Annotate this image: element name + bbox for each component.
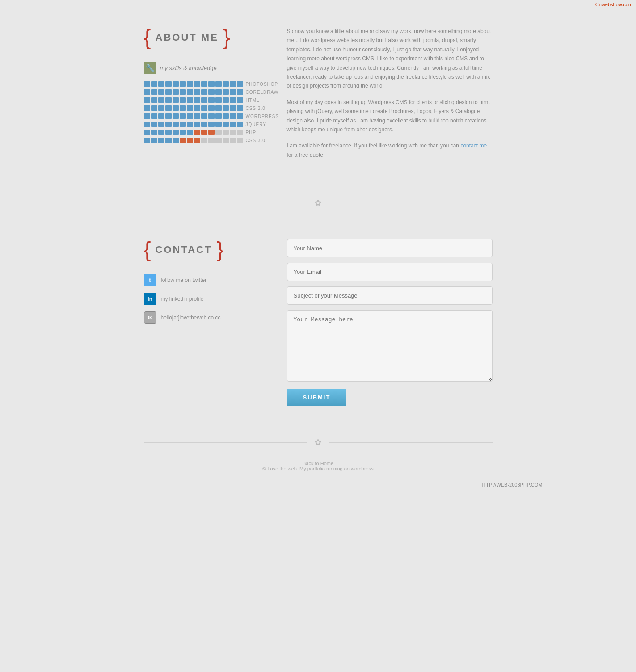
social-links-list: t follow me on twitter in my linkedin pr… <box>144 274 269 324</box>
about-right-panel: So now you know a little about me and sa… <box>287 27 493 167</box>
linkedin-icon: in <box>144 293 156 305</box>
about-paragraph-1: So now you know a little about me and sa… <box>287 27 493 91</box>
skill-jquery-label: JQUERY <box>246 122 266 127</box>
skill-css3-label: CSS 3.0 <box>246 138 265 143</box>
skills-list: PHOTOSHOP <box>144 81 269 143</box>
twitter-icon: t <box>144 274 156 286</box>
email-input[interactable] <box>287 263 493 281</box>
contact-section: { CONTACT } t follow me on twitter in my… <box>90 212 546 433</box>
top-watermark: Cnwebshow.com <box>595 2 632 7</box>
skills-icon: 🔧 <box>144 62 156 74</box>
skills-label: my skills & knowledge <box>160 65 217 71</box>
skills-header: 🔧 my skills & knowledge <box>144 62 269 74</box>
about-paragraph-2: Most of my day goes in setting up Wordpr… <box>287 98 493 134</box>
message-textarea[interactable] <box>287 310 493 382</box>
contact-me-link[interactable]: contact me <box>460 143 487 149</box>
footer-divider-line-left <box>144 442 308 443</box>
divider-line-left <box>144 203 308 203</box>
brace-right-contact: } <box>216 239 223 260</box>
twitter-link-text: follow me on twitter <box>161 277 207 283</box>
back-to-home-link[interactable]: Back to Home <box>303 461 333 466</box>
linkedin-link-text: my linkedin profile <box>161 296 204 302</box>
about-section: { ABOUT ME } 🔧 my skills & knowledge <box>90 0 546 193</box>
twitter-link-row[interactable]: t follow me on twitter <box>144 274 269 286</box>
linkedin-link-row[interactable]: in my linkedin profile <box>144 293 269 305</box>
footer: Back to Home © Love the web. My portfoli… <box>90 452 546 480</box>
skill-photoshop: PHOTOSHOP <box>144 81 269 87</box>
skill-wordpress-label: WORDPRESS <box>246 114 279 119</box>
linkedin-icon-letter: in <box>148 296 152 302</box>
skill-photoshop-label: PHOTOSHOP <box>246 82 278 87</box>
skill-php: PHP <box>144 130 269 135</box>
about-paragraph-3: I am available for freelance. If you fee… <box>287 141 493 160</box>
footer-divider: ✿ <box>90 433 546 452</box>
divider-icon: ✿ <box>315 198 321 208</box>
brace-right-about: } <box>223 27 230 48</box>
brace-left-about: { <box>144 27 151 48</box>
brace-left-contact: { <box>144 239 151 260</box>
about-title: ABOUT ME <box>156 32 219 43</box>
bottom-watermark: HTTP://WEB-2008PHP.COM <box>90 480 546 489</box>
skill-jquery: JQUERY <box>144 122 269 127</box>
name-input[interactable] <box>287 239 493 257</box>
contact-left-panel: { CONTACT } t follow me on twitter in my… <box>144 239 269 406</box>
footer-divider-icon: ✿ <box>315 437 321 447</box>
email-icon: ✉ <box>144 311 156 324</box>
skill-coreldraw: CORELDRAW <box>144 89 269 95</box>
footer-divider-line-right <box>329 442 493 443</box>
contact-form: SUBMIT <box>287 239 493 406</box>
skill-css2-label: CSS 2.0 <box>246 106 265 111</box>
email-icon-symbol: ✉ <box>148 315 152 321</box>
about-left-panel: { ABOUT ME } 🔧 my skills & knowledge <box>144 27 269 167</box>
email-link-row[interactable]: ✉ hello[at]lovetheweb.co.cc <box>144 311 269 324</box>
skill-php-label: PHP <box>246 130 257 135</box>
subject-input[interactable] <box>287 286 493 305</box>
divider-1: ✿ <box>90 193 546 212</box>
skill-css3: CSS 3.0 <box>144 138 269 143</box>
skill-html-label: HTML <box>246 98 260 103</box>
contact-title: CONTACT <box>156 244 212 256</box>
skill-wordpress: WORDPRESS <box>144 113 269 119</box>
submit-button[interactable]: SUBMIT <box>287 389 347 406</box>
footer-copyright: © Love the web. My portfolio running on … <box>262 466 373 471</box>
twitter-icon-letter: t <box>149 277 151 284</box>
skill-html: HTML <box>144 97 269 103</box>
skill-coreldraw-label: CORELDRAW <box>246 90 279 95</box>
divider-line-right <box>329 203 493 203</box>
skill-css2: CSS 2.0 <box>144 105 269 111</box>
about-title-wrap: { ABOUT ME } <box>144 27 269 48</box>
contact-title-wrap: { CONTACT } <box>144 239 269 260</box>
email-link-text: hello[at]lovetheweb.co.cc <box>161 315 221 321</box>
